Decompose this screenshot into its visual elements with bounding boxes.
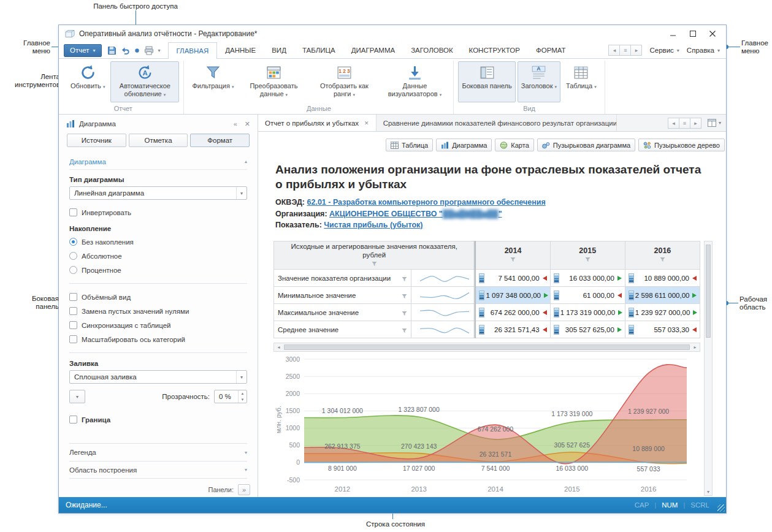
document-tab-1[interactable]: Сравнение динамики показателей финансово… — [376, 115, 617, 131]
ribbon-button-2-0[interactable]: Боковая панель — [458, 61, 515, 102]
visualizer-button-0[interactable]: Таблица — [386, 139, 433, 151]
value-cell[interactable]: 7 541 000,00 — [475, 270, 550, 287]
fill-type-select[interactable]: Сплошная заливка ▾ — [69, 370, 247, 384]
visualizer-button-1[interactable]: Диаграмма — [436, 139, 492, 151]
organization-link[interactable]: АКЦИОНЕРНОЕ ОБЩЕСТВО "██▆█▇██▆██" — [329, 210, 502, 218]
indicator-link[interactable]: Чистая прибыль (убыток) — [324, 221, 422, 229]
layout-split-button[interactable]: ▾ — [708, 119, 721, 127]
value-cell[interactable]: 16 033 000,00 — [550, 270, 625, 287]
vertical-scrollbar[interactable]: ▾ — [704, 241, 713, 496]
visualizer-button-2[interactable]: Карта — [495, 139, 533, 151]
document-tab-0[interactable]: Отчет о прибылях и убытках✕ — [258, 115, 376, 131]
scroll-left-icon[interactable]: ◂ — [274, 343, 283, 351]
column-header-year-2[interactable]: 2016 — [625, 241, 700, 270]
ribbon-tab-6[interactable]: КОНСТРУКТОР — [461, 42, 528, 59]
ribbon-tab-1[interactable]: ДАННЫЕ — [217, 42, 264, 59]
ribbon-tab-3[interactable]: ТАБЛИЦА — [294, 42, 343, 59]
chart-type-select[interactable]: Линейная диаграмма ▾ — [69, 186, 247, 200]
doc-scroll-right-button[interactable]: ▸ — [690, 118, 701, 129]
ribbon-tab-0[interactable]: ГЛАВНАЯ — [168, 42, 218, 59]
value-cell[interactable]: 61 000,00 — [550, 287, 625, 304]
okved-link[interactable]: 62.01 - Разработка компьютерного програм… — [307, 198, 546, 207]
view-checkbox-3[interactable]: Масштабировать ось категорий — [69, 333, 247, 346]
visualizer-button-3[interactable]: Пузырьковая диаграмма — [537, 139, 635, 151]
minimize-button[interactable] — [663, 27, 683, 40]
filter-icon[interactable] — [510, 257, 516, 262]
doc-list-button[interactable]: ≡ — [679, 118, 690, 129]
print-icon[interactable] — [144, 46, 154, 55]
save-icon[interactable] — [107, 46, 117, 55]
collapsed-section-1[interactable]: Область построения▾ — [69, 461, 247, 479]
value-cell[interactable]: 26 321 571,43 — [475, 321, 550, 338]
fill-color-dropdown[interactable]: ▾ — [69, 390, 85, 403]
view-checkbox-1[interactable]: Замена пустых значений нулями — [69, 305, 247, 317]
value-cell[interactable]: 557 033,30 — [625, 321, 700, 338]
section-chart-header[interactable]: Диаграмма ▴ — [69, 154, 247, 170]
help-menu[interactable]: Справка▾ — [687, 47, 720, 54]
nav-left-button[interactable]: ◂ — [608, 45, 620, 56]
value-cell[interactable]: 1 097 348 000,00 — [475, 287, 550, 304]
vscrollbar-thumb[interactable] — [706, 245, 711, 338]
collapsed-section-0[interactable]: Легенда▾ — [69, 443, 247, 461]
filter-icon[interactable] — [372, 261, 377, 267]
spin-down-icon[interactable]: ▼ — [239, 397, 247, 403]
ribbon-tab-5[interactable]: ЗАГОЛОВОК — [403, 42, 461, 59]
resize-grip-icon[interactable] — [717, 504, 725, 512]
ribbon-button-1-2[interactable]: 1 2 3 Отобразить как ранги ▾ — [310, 61, 378, 102]
filter-icon[interactable] — [402, 276, 407, 282]
value-cell[interactable]: 2 598 611 000,00 — [625, 287, 700, 304]
value-cell[interactable]: 305 527 625,00 — [550, 321, 625, 338]
value-cell[interactable]: 1 173 319 000,00 — [550, 304, 625, 321]
ribbon-button-1-0[interactable]: Фильтрация ▾ — [188, 61, 237, 102]
stacking-radio-2[interactable]: Процентное — [69, 264, 247, 276]
scroll-right-icon[interactable]: ▸ — [690, 343, 700, 351]
close-button[interactable] — [703, 27, 722, 40]
filter-icon[interactable] — [660, 257, 665, 262]
column-header-year-1[interactable]: 2015 — [550, 241, 625, 270]
collapse-panel-icon[interactable]: « — [234, 120, 237, 128]
view-checkbox-0[interactable]: Объёмный вид — [69, 291, 247, 303]
filter-icon[interactable] — [402, 294, 407, 299]
close-tab-icon[interactable]: ✕ — [364, 120, 369, 126]
ribbon-tab-4[interactable]: ДИАГРАММА — [343, 42, 403, 59]
horizontal-scrollbar[interactable]: ◂ ▸ — [273, 343, 700, 352]
border-checkbox[interactable]: Граница — [69, 413, 247, 426]
column-header-year-0[interactable]: 2014 — [475, 241, 550, 270]
nav-right-button[interactable]: ▸ — [630, 45, 642, 56]
nav-list-button[interactable]: ≡ — [619, 45, 631, 56]
value-cell[interactable]: 674 262 000,00 — [475, 304, 550, 321]
spin-up-icon[interactable]: ▲ — [239, 390, 247, 397]
value-cell[interactable]: 1 239 927 000,00 — [625, 304, 700, 321]
stacking-radio-0[interactable]: Без накопления — [69, 235, 247, 248]
panels-expand-button[interactable]: » — [238, 484, 250, 495]
side-panel-tab-2[interactable]: Формат — [190, 134, 250, 147]
ribbon-tab-2[interactable]: ВИД — [264, 42, 294, 59]
ribbon-button-1-1[interactable]: Преобразовать данные ▾ — [239, 61, 308, 102]
print-options-dropdown-icon[interactable]: ▾ — [158, 48, 161, 53]
filter-icon[interactable] — [585, 257, 590, 262]
hscrollbar-thumb[interactable] — [284, 344, 690, 350]
close-panel-icon[interactable]: ✕ — [245, 120, 250, 128]
ribbon-button-0-1[interactable]: A Автоматическое обновление ▾ — [110, 61, 179, 102]
side-panel-tab-0[interactable]: Источник — [67, 134, 126, 147]
value-cell[interactable]: 10 889 000,00 — [625, 270, 700, 287]
transparency-spinner[interactable]: 0 % ▲▼ — [214, 390, 247, 403]
table-header-label[interactable]: Исходные и агрегированные значения показ… — [274, 241, 475, 270]
stacking-radio-1[interactable]: Абсолютное — [69, 249, 247, 262]
invert-checkbox[interactable]: Инвертировать — [69, 206, 247, 219]
scroll-down-icon[interactable]: ▾ — [705, 489, 712, 495]
undo-icon[interactable] — [121, 46, 130, 55]
visualizer-button-4[interactable]: Пузырьковое дерево — [638, 139, 725, 151]
ribbon-button-1-3[interactable]: Данные визуализаторов ▾ — [380, 61, 449, 102]
service-menu[interactable]: Сервис▾ — [649, 47, 679, 54]
view-checkbox-2[interactable]: Синхронизация с таблицей — [69, 319, 247, 332]
side-panel-tab-1[interactable]: Отметка — [129, 134, 188, 147]
report-menu-button[interactable]: Отчет▾ — [64, 44, 102, 57]
filter-icon[interactable] — [402, 311, 407, 316]
ribbon-tab-7[interactable]: ФОРМАТ — [528, 42, 574, 59]
doc-scroll-left-button[interactable]: ◂ — [668, 118, 679, 129]
maximize-button[interactable] — [683, 27, 703, 40]
ribbon-button-2-2[interactable]: Таблица ▾ — [562, 61, 600, 102]
filter-icon[interactable] — [402, 328, 407, 333]
ribbon-button-0-0[interactable]: Обновить ▾ — [67, 61, 109, 102]
